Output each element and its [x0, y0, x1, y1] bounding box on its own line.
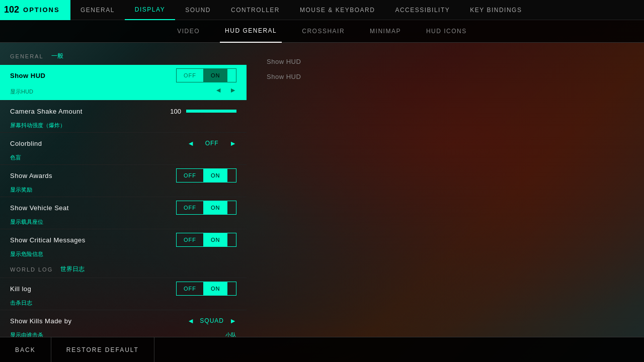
show-critical-toggle[interactable]: OFF ON [176, 233, 236, 247]
show-awards-off[interactable]: OFF [177, 169, 204, 182]
show-kills-row[interactable]: Show Kills Made by ◄ SQUAD ► 显示由谁击杀 小队 [0, 310, 247, 337]
logo-text: OPTIONS [23, 6, 60, 14]
sub-tab-video[interactable]: VIDEO [172, 20, 205, 43]
show-critical-on[interactable]: ON [204, 233, 227, 246]
show-kills-main: Show Kills Made by ◄ SQUAD ► [10, 310, 236, 331]
colorblind-label: Colorblind [10, 140, 42, 147]
show-kills-value: SQUAD [199, 317, 224, 324]
main-content: GENERAL 一般 Show HUD OFF ON 显示HUD ◄ ► [0, 43, 644, 337]
show-critical-chinese: 显示危险信息 [10, 250, 43, 258]
main-nav-tabs: GENERAL DISPLAY SOUND CONTROLLER MOUSE &… [70, 0, 644, 20]
logo-number: 102 [4, 5, 19, 15]
restore-default-button[interactable]: RESTORE DEFAULT [51, 337, 154, 363]
show-vehicle-seat-main: Show Vehicle Seat OFF ON [10, 197, 236, 218]
nav-tab-sound[interactable]: SOUND [175, 0, 221, 20]
camera-shake-sub: 屏幕抖动强度（爆炸） [10, 122, 236, 132]
sub-tab-minimap[interactable]: MINIMAP [365, 20, 406, 43]
show-awards-row[interactable]: Show Awards OFF ON 显示奖励 [0, 164, 247, 197]
colorblind-row[interactable]: Colorblind ◄ OFF ► 色盲 [0, 132, 247, 164]
show-kills-sub: 显示由谁击杀 小队 [10, 331, 236, 337]
show-hud-on[interactable]: ON [204, 69, 227, 82]
show-critical-sub: 显示危险信息 [10, 250, 236, 261]
show-vehicle-seat-label: Show Vehicle Seat [10, 204, 69, 212]
camera-shake-main: Camera Shake Amount 100 [10, 101, 236, 122]
sub-tab-crosshair[interactable]: CROSSHAIR [297, 20, 350, 43]
show-hud-toggle[interactable]: OFF ON [176, 68, 236, 82]
show-kills-label: Show Kills Made by [10, 317, 71, 325]
show-awards-chinese: 显示奖励 [10, 186, 32, 194]
colorblind-sub: 色盲 [10, 154, 236, 164]
bottom-bar: BACK RESTORE DEFAULT [0, 337, 644, 362]
camera-shake-label: Camera Shake Amount [10, 108, 83, 115]
show-hud-sub: 显示HUD ◄ ► [10, 86, 236, 100]
kill-log-label: Kill log [10, 285, 31, 293]
show-kills-selector: ◄ SQUAD ► [187, 317, 236, 325]
show-hud-right-arrow[interactable]: ► [229, 86, 236, 94]
camera-shake-slider[interactable] [186, 110, 236, 113]
nav-tab-display[interactable]: DISPLAY [125, 0, 175, 20]
back-button[interactable]: BACK [0, 337, 51, 363]
show-vehicle-seat-on[interactable]: ON [204, 201, 227, 214]
colorblind-left-arrow[interactable]: ◄ [187, 139, 194, 147]
show-hud-main: Show HUD OFF ON [10, 65, 236, 86]
show-critical-off[interactable]: OFF [177, 233, 204, 246]
world-log-section-header: WORLD LOG 世界日志 [0, 261, 247, 278]
kill-log-chinese: 击杀日志 [10, 299, 32, 307]
general-section-label: GENERAL [10, 53, 44, 59]
show-vehicle-seat-chinese: 显示载具座位 [10, 218, 43, 226]
colorblind-main: Colorblind ◄ OFF ► [10, 133, 236, 154]
show-kills-left-arrow[interactable]: ◄ [187, 317, 194, 325]
kill-log-on[interactable]: ON [204, 282, 227, 295]
show-kills-right-arrow[interactable]: ► [229, 317, 236, 325]
colorblind-right-arrow[interactable]: ► [229, 139, 236, 147]
show-awards-toggle[interactable]: OFF ON [176, 168, 236, 183]
show-hud-off[interactable]: OFF [177, 69, 204, 82]
show-kills-chinese-value: 小队 [225, 331, 236, 337]
world-log-section-label: WORLD LOG [10, 266, 53, 273]
general-section-header: GENERAL 一般 [0, 48, 247, 64]
show-hud-arrows: ◄ ► [215, 86, 236, 97]
show-hud-chinese: 显示HUD [10, 88, 33, 96]
show-hud-left-arrow[interactable]: ◄ [215, 86, 222, 94]
show-critical-main: Show Critical Messages OFF ON [10, 229, 236, 250]
nav-tab-accessibility[interactable]: ACCESSIBILITY [385, 0, 460, 20]
colorblind-selector: ◄ OFF ► [187, 139, 236, 147]
kill-log-toggle[interactable]: OFF ON [176, 282, 236, 296]
nav-tab-key-bindings[interactable]: KEY BINDINGS [460, 0, 532, 20]
logo-badge: 102 OPTIONS [0, 0, 70, 20]
general-section-chinese: 一般 [51, 52, 63, 60]
show-critical-label: Show Critical Messages [10, 236, 86, 244]
settings-panel: GENERAL 一般 Show HUD OFF ON 显示HUD ◄ ► [0, 43, 247, 337]
nav-tab-controller[interactable]: CONTROLLER [221, 0, 290, 20]
colorblind-chinese: 色盲 [10, 154, 21, 161]
show-awards-sub: 显示奖励 [10, 186, 236, 197]
kill-log-off[interactable]: OFF [177, 282, 204, 295]
kill-log-sub: 击杀日志 [10, 299, 236, 310]
show-awards-label: Show Awards [10, 172, 52, 179]
sub-tab-hud-general[interactable]: HUD GENERAL [220, 20, 282, 43]
camera-shake-row[interactable]: Camera Shake Amount 100 屏幕抖动强度（爆炸） [0, 100, 247, 132]
camera-shake-slider-container: 100 [164, 108, 236, 115]
nav-tab-general[interactable]: GENERAL [70, 0, 125, 20]
camera-shake-chinese: 屏幕抖动强度（爆炸） [10, 122, 65, 129]
show-kills-chinese: 显示由谁击杀 [10, 331, 43, 337]
kill-log-row[interactable]: Kill log OFF ON 击杀日志 [0, 278, 247, 310]
info-panel: Show HUD Show HUD [247, 43, 644, 337]
camera-shake-fill [187, 110, 236, 112]
show-hud-label: Show HUD [10, 72, 45, 79]
show-vehicle-seat-off[interactable]: OFF [177, 201, 204, 214]
nav-tab-mouse-keyboard[interactable]: MOUSE & KEYBOARD [290, 0, 385, 20]
sub-tab-hud-icons[interactable]: HUD ICONS [421, 20, 472, 43]
kill-log-main: Kill log OFF ON [10, 278, 236, 299]
show-awards-main: Show Awards OFF ON [10, 165, 236, 186]
sub-navigation: VIDEO HUD GENERAL CROSSHAIR MINIMAP HUD … [0, 20, 644, 43]
show-hud-row[interactable]: Show HUD OFF ON 显示HUD ◄ ► [0, 64, 247, 100]
show-awards-on[interactable]: ON [204, 169, 227, 182]
world-log-section-chinese: 世界日志 [60, 265, 85, 274]
show-vehicle-seat-sub: 显示载具座位 [10, 218, 236, 229]
info-label-2: Show HUD [267, 73, 624, 80]
show-critical-row[interactable]: Show Critical Messages OFF ON 显示危险信息 [0, 229, 247, 261]
info-label-1: Show HUD [267, 58, 624, 65]
show-vehicle-seat-toggle[interactable]: OFF ON [176, 201, 236, 215]
show-vehicle-seat-row[interactable]: Show Vehicle Seat OFF ON 显示载具座位 [0, 197, 247, 229]
